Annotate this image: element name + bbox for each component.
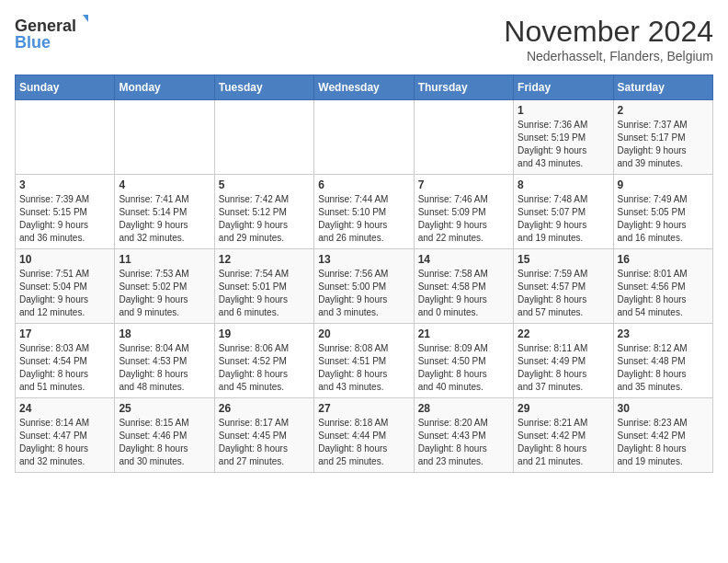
day-info: Sunrise: 7:53 AM Sunset: 5:02 PM Dayligh… <box>119 268 210 319</box>
day-number: 9 <box>618 178 709 191</box>
day-number: 17 <box>19 327 110 340</box>
day-info: Sunrise: 7:36 AM Sunset: 5:19 PM Dayligh… <box>518 119 609 170</box>
weekday-header-friday: Friday <box>514 75 613 100</box>
day-info: Sunrise: 8:17 AM Sunset: 4:45 PM Dayligh… <box>219 417 310 468</box>
location: Nederhasselt, Flanders, Belgium <box>504 49 713 63</box>
day-number: 27 <box>318 402 409 415</box>
calendar-cell: 24Sunrise: 8:14 AM Sunset: 4:47 PM Dayli… <box>16 398 115 473</box>
calendar-cell: 16Sunrise: 8:01 AM Sunset: 4:56 PM Dayli… <box>613 249 712 324</box>
svg-marker-2 <box>83 15 88 22</box>
day-info: Sunrise: 8:21 AM Sunset: 4:42 PM Dayligh… <box>518 417 609 468</box>
day-number: 1 <box>518 104 609 117</box>
calendar-cell: 13Sunrise: 7:56 AM Sunset: 5:00 PM Dayli… <box>314 249 414 324</box>
day-number: 8 <box>518 178 609 191</box>
calendar-cell: 6Sunrise: 7:44 AM Sunset: 5:10 PM Daylig… <box>314 175 414 249</box>
weekday-header-wednesday: Wednesday <box>314 75 414 100</box>
calendar-cell: 1Sunrise: 7:36 AM Sunset: 5:19 PM Daylig… <box>514 100 613 175</box>
weekday-header-row: SundayMondayTuesdayWednesdayThursdayFrid… <box>16 75 713 100</box>
day-number: 24 <box>19 402 110 415</box>
day-info: Sunrise: 7:54 AM Sunset: 5:01 PM Dayligh… <box>219 268 310 319</box>
calendar-cell: 2Sunrise: 7:37 AM Sunset: 5:17 PM Daylig… <box>613 100 712 175</box>
calendar-cell: 29Sunrise: 8:21 AM Sunset: 4:42 PM Dayli… <box>514 398 613 473</box>
month-title: November 2024 <box>504 15 713 49</box>
week-row-2: 3Sunrise: 7:39 AM Sunset: 5:15 PM Daylig… <box>16 175 713 249</box>
day-number: 3 <box>19 178 110 191</box>
calendar-cell: 14Sunrise: 7:58 AM Sunset: 4:58 PM Dayli… <box>414 249 513 324</box>
day-info: Sunrise: 8:14 AM Sunset: 4:47 PM Dayligh… <box>19 417 110 468</box>
calendar-table: SundayMondayTuesdayWednesdayThursdayFrid… <box>15 75 713 473</box>
day-number: 18 <box>119 327 210 340</box>
day-info: Sunrise: 8:20 AM Sunset: 4:43 PM Dayligh… <box>418 417 509 468</box>
svg-text:Blue: Blue <box>15 33 51 52</box>
day-number: 2 <box>618 104 709 117</box>
calendar-cell: 15Sunrise: 7:59 AM Sunset: 4:57 PM Dayli… <box>514 249 613 324</box>
day-info: Sunrise: 7:37 AM Sunset: 5:17 PM Dayligh… <box>618 119 709 170</box>
day-info: Sunrise: 7:58 AM Sunset: 4:58 PM Dayligh… <box>418 268 509 319</box>
weekday-header-saturday: Saturday <box>613 75 712 100</box>
calendar-cell: 30Sunrise: 8:23 AM Sunset: 4:42 PM Dayli… <box>613 398 712 473</box>
calendar-cell: 10Sunrise: 7:51 AM Sunset: 5:04 PM Dayli… <box>16 249 115 324</box>
calendar-cell: 3Sunrise: 7:39 AM Sunset: 5:15 PM Daylig… <box>16 175 115 249</box>
week-row-4: 17Sunrise: 8:03 AM Sunset: 4:54 PM Dayli… <box>16 324 713 398</box>
day-info: Sunrise: 8:03 AM Sunset: 4:54 PM Dayligh… <box>19 342 110 394</box>
day-number: 16 <box>618 253 709 266</box>
day-info: Sunrise: 7:51 AM Sunset: 5:04 PM Dayligh… <box>19 268 110 319</box>
day-number: 5 <box>219 178 310 191</box>
day-number: 23 <box>618 327 709 340</box>
calendar-cell: 27Sunrise: 8:18 AM Sunset: 4:44 PM Dayli… <box>314 398 414 473</box>
day-info: Sunrise: 8:18 AM Sunset: 4:44 PM Dayligh… <box>318 417 409 468</box>
weekday-header-thursday: Thursday <box>414 75 513 100</box>
day-info: Sunrise: 7:42 AM Sunset: 5:12 PM Dayligh… <box>219 193 310 245</box>
calendar-cell: 21Sunrise: 8:09 AM Sunset: 4:50 PM Dayli… <box>414 324 513 398</box>
day-number: 4 <box>119 178 210 191</box>
calendar-cell: 11Sunrise: 7:53 AM Sunset: 5:02 PM Dayli… <box>115 249 214 324</box>
day-number: 7 <box>418 178 509 191</box>
logo-svg: General Blue <box>15 15 88 55</box>
calendar-cell <box>314 100 414 175</box>
week-row-3: 10Sunrise: 7:51 AM Sunset: 5:04 PM Dayli… <box>16 249 713 324</box>
day-number: 30 <box>618 402 709 415</box>
day-info: Sunrise: 7:46 AM Sunset: 5:09 PM Dayligh… <box>418 193 509 245</box>
day-info: Sunrise: 8:06 AM Sunset: 4:52 PM Dayligh… <box>219 342 310 394</box>
day-info: Sunrise: 7:56 AM Sunset: 5:00 PM Dayligh… <box>318 268 409 319</box>
title-block: November 2024 Nederhasselt, Flanders, Be… <box>504 15 713 63</box>
calendar-cell: 20Sunrise: 8:08 AM Sunset: 4:51 PM Dayli… <box>314 324 414 398</box>
day-number: 29 <box>518 402 609 415</box>
calendar-cell: 12Sunrise: 7:54 AM Sunset: 5:01 PM Dayli… <box>214 249 313 324</box>
calendar-cell: 9Sunrise: 7:49 AM Sunset: 5:05 PM Daylig… <box>613 175 712 249</box>
day-number: 19 <box>219 327 310 340</box>
calendar-cell: 7Sunrise: 7:46 AM Sunset: 5:09 PM Daylig… <box>414 175 513 249</box>
day-info: Sunrise: 8:01 AM Sunset: 4:56 PM Dayligh… <box>618 268 709 319</box>
calendar-cell: 19Sunrise: 8:06 AM Sunset: 4:52 PM Dayli… <box>214 324 313 398</box>
day-info: Sunrise: 7:39 AM Sunset: 5:15 PM Dayligh… <box>19 193 110 245</box>
day-info: Sunrise: 7:44 AM Sunset: 5:10 PM Dayligh… <box>318 193 409 245</box>
day-number: 10 <box>19 253 110 266</box>
calendar-cell: 4Sunrise: 7:41 AM Sunset: 5:14 PM Daylig… <box>115 175 214 249</box>
calendar-cell <box>414 100 513 175</box>
day-info: Sunrise: 8:23 AM Sunset: 4:42 PM Dayligh… <box>618 417 709 468</box>
day-number: 13 <box>318 253 409 266</box>
day-number: 21 <box>418 327 509 340</box>
day-info: Sunrise: 7:41 AM Sunset: 5:14 PM Dayligh… <box>119 193 210 245</box>
day-number: 14 <box>418 253 509 266</box>
week-row-5: 24Sunrise: 8:14 AM Sunset: 4:47 PM Dayli… <box>16 398 713 473</box>
day-number: 25 <box>119 402 210 415</box>
day-number: 11 <box>119 253 210 266</box>
calendar-cell: 17Sunrise: 8:03 AM Sunset: 4:54 PM Dayli… <box>16 324 115 398</box>
calendar-cell: 23Sunrise: 8:12 AM Sunset: 4:48 PM Dayli… <box>613 324 712 398</box>
logo: General Blue <box>15 15 88 55</box>
day-info: Sunrise: 8:12 AM Sunset: 4:48 PM Dayligh… <box>618 342 709 394</box>
day-info: Sunrise: 8:09 AM Sunset: 4:50 PM Dayligh… <box>418 342 509 394</box>
day-info: Sunrise: 8:08 AM Sunset: 4:51 PM Dayligh… <box>318 342 409 394</box>
day-number: 6 <box>318 178 409 191</box>
calendar-cell: 22Sunrise: 8:11 AM Sunset: 4:49 PM Dayli… <box>514 324 613 398</box>
day-number: 22 <box>518 327 609 340</box>
day-number: 20 <box>318 327 409 340</box>
day-number: 15 <box>518 253 609 266</box>
calendar-cell: 28Sunrise: 8:20 AM Sunset: 4:43 PM Dayli… <box>414 398 513 473</box>
svg-text:General: General <box>15 17 76 35</box>
calendar-cell: 25Sunrise: 8:15 AM Sunset: 4:46 PM Dayli… <box>115 398 214 473</box>
day-info: Sunrise: 7:48 AM Sunset: 5:07 PM Dayligh… <box>518 193 609 245</box>
day-number: 26 <box>219 402 310 415</box>
day-info: Sunrise: 8:11 AM Sunset: 4:49 PM Dayligh… <box>518 342 609 394</box>
